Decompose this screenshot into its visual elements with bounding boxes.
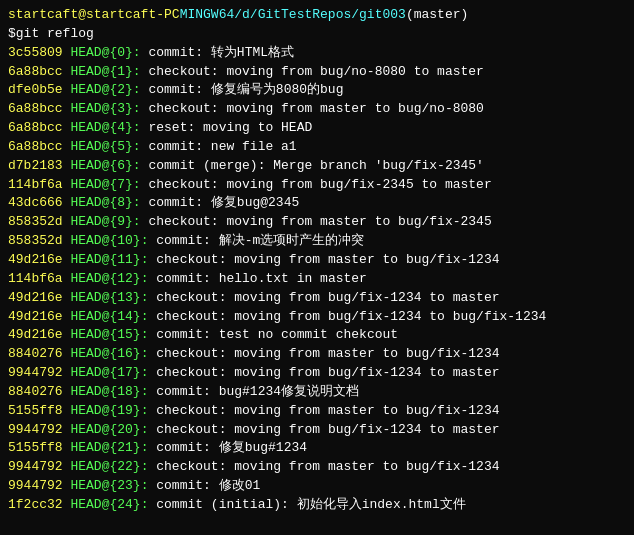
log-message: checkout: moving from master to bug/fix-… — [156, 345, 499, 364]
commit-hash: dfe0b5e — [8, 81, 70, 100]
log-line: 1f2cc32 HEAD@{24}: commit (initial): 初始化… — [8, 496, 626, 515]
log-message: commit: test no commit chekcout — [156, 326, 398, 345]
log-line: 6a88bcc HEAD@{1}: checkout: moving from … — [8, 63, 626, 82]
log-line: 9944792 HEAD@{23}: commit: 修改01 — [8, 477, 626, 496]
head-ref: HEAD@{1}: — [70, 63, 148, 82]
log-line: 9944792 HEAD@{22}: checkout: moving from… — [8, 458, 626, 477]
head-ref: HEAD@{12}: — [70, 270, 156, 289]
head-ref: HEAD@{23}: — [70, 477, 156, 496]
log-message: checkout: moving from master to bug/no-8… — [148, 100, 483, 119]
log-line: 49d216e HEAD@{13}: checkout: moving from… — [8, 289, 626, 308]
head-ref: HEAD@{15}: — [70, 326, 156, 345]
log-container: 3c55809 HEAD@{0}: commit: 转为HTML格式6a88bc… — [8, 44, 626, 515]
commit-hash: 114bf6a — [8, 176, 70, 195]
log-message: checkout: moving from bug/fix-1234 to ma… — [156, 421, 499, 440]
head-ref: HEAD@{19}: — [70, 402, 156, 421]
log-line: 6a88bcc HEAD@{5}: commit: new file a1 — [8, 138, 626, 157]
log-message: commit (merge): Merge branch 'bug/fix-23… — [148, 157, 483, 176]
commit-hash: 6a88bcc — [8, 100, 70, 119]
log-line: 6a88bcc HEAD@{3}: checkout: moving from … — [8, 100, 626, 119]
commit-hash: 5155ff8 — [8, 402, 70, 421]
log-message: checkout: moving from master to bug/fix-… — [156, 458, 499, 477]
commit-hash: 49d216e — [8, 289, 70, 308]
commit-hash: 43dc666 — [8, 194, 70, 213]
prompt-command: git reflog — [16, 25, 94, 44]
log-message: checkout: moving from master to bug/fix-… — [148, 213, 491, 232]
log-line: dfe0b5e HEAD@{2}: commit: 修复编号为8080的bug — [8, 81, 626, 100]
log-line: 8840276 HEAD@{16}: checkout: moving from… — [8, 345, 626, 364]
head-ref: HEAD@{14}: — [70, 308, 156, 327]
log-message: checkout: moving from bug/fix-2345 to ma… — [148, 176, 491, 195]
log-message: commit: 解决-m选项时产生的冲突 — [156, 232, 364, 251]
commit-hash: d7b2183 — [8, 157, 70, 176]
commit-hash: 5155ff8 — [8, 439, 70, 458]
commit-hash: 6a88bcc — [8, 119, 70, 138]
prompt-branch: (master) — [406, 6, 468, 25]
log-line: 5155ff8 HEAD@{21}: commit: 修复bug#1234 — [8, 439, 626, 458]
commit-hash: 114bf6a — [8, 270, 70, 289]
log-line: 6a88bcc HEAD@{4}: reset: moving to HEAD — [8, 119, 626, 138]
commit-hash: 858352d — [8, 213, 70, 232]
head-ref: HEAD@{20}: — [70, 421, 156, 440]
head-ref: HEAD@{5}: — [70, 138, 148, 157]
head-ref: HEAD@{7}: — [70, 176, 148, 195]
log-line: d7b2183 HEAD@{6}: commit (merge): Merge … — [8, 157, 626, 176]
log-line: 49d216e HEAD@{14}: checkout: moving from… — [8, 308, 626, 327]
log-message: commit: bug#1234修复说明文档 — [156, 383, 359, 402]
commit-hash: 8840276 — [8, 345, 70, 364]
log-line: 9944792 HEAD@{17}: checkout: moving from… — [8, 364, 626, 383]
head-ref: HEAD@{22}: — [70, 458, 156, 477]
log-message: commit: 转为HTML格式 — [148, 44, 294, 63]
prompt-user: startcaft@startcaft-PC — [8, 6, 180, 25]
head-ref: HEAD@{11}: — [70, 251, 156, 270]
log-message: reset: moving to HEAD — [148, 119, 312, 138]
commit-hash: 6a88bcc — [8, 63, 70, 82]
head-ref: HEAD@{18}: — [70, 383, 156, 402]
commit-hash: 49d216e — [8, 326, 70, 345]
head-ref: HEAD@{10}: — [70, 232, 156, 251]
prompt-path: /d/GitTestRepos/git003 — [234, 6, 406, 25]
commit-hash: 9944792 — [8, 458, 70, 477]
head-ref: HEAD@{3}: — [70, 100, 148, 119]
command-line: $ git reflog — [8, 25, 626, 44]
log-message: checkout: moving from bug/fix-1234 to bu… — [156, 308, 546, 327]
commit-hash: 1f2cc32 — [8, 496, 70, 515]
log-line: 49d216e HEAD@{15}: commit: test no commi… — [8, 326, 626, 345]
log-message: checkout: moving from bug/fix-1234 to ma… — [156, 364, 499, 383]
log-message: commit: hello.txt in master — [156, 270, 367, 289]
commit-hash: 858352d — [8, 232, 70, 251]
log-line: 49d216e HEAD@{11}: checkout: moving from… — [8, 251, 626, 270]
log-line: 5155ff8 HEAD@{19}: checkout: moving from… — [8, 402, 626, 421]
log-message: checkout: moving from master to bug/fix-… — [156, 251, 499, 270]
prompt-shell: MINGW64 — [180, 6, 235, 25]
log-message: checkout: moving from master to bug/fix-… — [156, 402, 499, 421]
commit-hash: 3c55809 — [8, 44, 70, 63]
head-ref: HEAD@{24}: — [70, 496, 156, 515]
commit-hash: 8840276 — [8, 383, 70, 402]
commit-hash: 49d216e — [8, 308, 70, 327]
log-message: commit (initial): 初始化导入index.html文件 — [156, 496, 465, 515]
log-line: 858352d HEAD@{9}: checkout: moving from … — [8, 213, 626, 232]
log-message: commit: 修复bug#1234 — [156, 439, 307, 458]
log-line: 8840276 HEAD@{18}: commit: bug#1234修复说明文… — [8, 383, 626, 402]
log-line: 114bf6a HEAD@{12}: commit: hello.txt in … — [8, 270, 626, 289]
head-ref: HEAD@{13}: — [70, 289, 156, 308]
log-message: checkout: moving from bug/fix-1234 to ma… — [156, 289, 499, 308]
log-message: commit: 修复编号为8080的bug — [148, 81, 343, 100]
log-line: 43dc666 HEAD@{8}: commit: 修复bug@2345 — [8, 194, 626, 213]
head-ref: HEAD@{8}: — [70, 194, 148, 213]
log-message: checkout: moving from bug/no-8080 to mas… — [148, 63, 483, 82]
log-message: commit: 修改01 — [156, 477, 260, 496]
log-message: commit: new file a1 — [148, 138, 296, 157]
commit-hash: 9944792 — [8, 421, 70, 440]
terminal: startcaft@startcaft-PC MINGW64 /d/GitTes… — [0, 0, 634, 535]
head-ref: HEAD@{16}: — [70, 345, 156, 364]
log-message: commit: 修复bug@2345 — [148, 194, 299, 213]
commit-hash: 6a88bcc — [8, 138, 70, 157]
commit-hash: 9944792 — [8, 364, 70, 383]
head-ref: HEAD@{0}: — [70, 44, 148, 63]
commit-hash: 49d216e — [8, 251, 70, 270]
head-ref: HEAD@{17}: — [70, 364, 156, 383]
head-ref: HEAD@{4}: — [70, 119, 148, 138]
log-line: 3c55809 HEAD@{0}: commit: 转为HTML格式 — [8, 44, 626, 63]
